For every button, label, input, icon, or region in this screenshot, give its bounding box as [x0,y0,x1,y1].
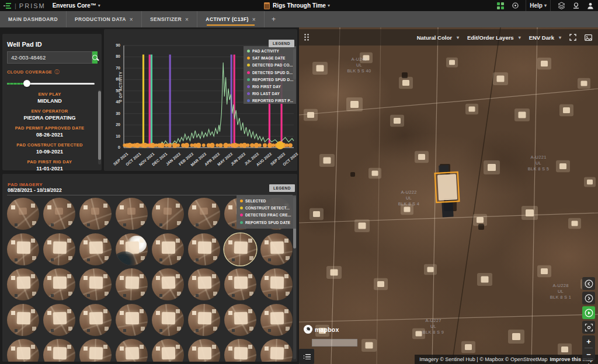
pad-imagery-thumbnail[interactable] [43,339,75,362]
legend-item[interactable]: DETECTED SPUD D... [247,71,295,75]
zoom-in-button[interactable]: + [582,335,595,348]
help-menu[interactable]: Help▾ [526,0,551,11]
pad-imagery-thumbnail[interactable] [224,268,256,300]
pad-imagery-thumbnail[interactable] [43,268,75,300]
notifications-icon[interactable] [572,2,580,10]
map-controls: + − ▲▼ [582,277,596,364]
pad-imagery-thumbnail[interactable] [116,233,148,265]
pad-imagery-thumbnail[interactable] [188,233,220,265]
pad-imagery-thumbnail[interactable] [7,268,39,300]
close-icon[interactable]: × [252,16,256,23]
pad-imagery-thumbnail[interactable] [43,233,75,265]
cloud-coverage-slider[interactable] [7,80,97,87]
basemap-dropdown[interactable]: Natural Color▾ [417,34,459,41]
add-tab-button[interactable]: + [265,11,283,27]
legend-item[interactable]: DETECTED FRAC CRE... [240,213,295,217]
search-button[interactable] [92,51,98,64]
pad-imagery-thumbnail[interactable] [152,233,184,265]
pad-imagery-thumbnail[interactable] [188,198,220,230]
imagery-legend-button[interactable]: LEGEND [269,184,295,192]
workspace-switcher[interactable]: Rigs Through Time ▾ [264,0,330,11]
pad-imagery-thumbnail[interactable] [116,304,148,336]
legend-item[interactable]: PAD ACTIVITY [247,49,295,53]
slider-handle[interactable] [23,80,30,87]
pad-imagery-thumbnail[interactable] [188,268,220,300]
pad-area [89,312,102,324]
pad-imagery-thumbnail[interactable] [260,339,293,362]
apps-grid-icon[interactable] [496,2,505,10]
pad-area [17,347,30,359]
legend-item[interactable]: REPORTED SPUD DATE [240,220,295,225]
pad-imagery-thumbnail[interactable] [116,339,148,362]
pad-imagery-thumbnail[interactable] [79,233,112,265]
pad-imagery-thumbnail[interactable] [43,304,75,336]
map-theme-dropdown[interactable]: ENV Dark▾ [529,34,561,41]
legend-item[interactable]: CONSTRUCT DETECT... [240,206,295,210]
suite-switcher[interactable]: Enverus Core™ [53,2,96,9]
pad-markers [277,320,279,321]
pad-imagery-thumbnail[interactable] [79,304,112,336]
pad-imagery-thumbnail[interactable] [7,233,39,265]
chart-legend-button[interactable]: LEGEND [269,40,294,47]
pad-imagery-thumbnail[interactable] [7,198,39,230]
pad-imagery-thumbnail[interactable] [43,198,75,230]
pad-imagery-thumbnail[interactable] [260,304,293,336]
legend-item[interactable]: DETECTED PAD CO... [247,63,295,67]
legend-label: SAT IMAGE DATE [252,56,286,60]
info-scrollbar[interactable] [98,90,101,164]
pad-imagery-thumbnail[interactable] [188,304,220,336]
user-profile-icon[interactable] [586,2,594,10]
legend-item[interactable]: SAT IMAGE DATE [247,56,295,60]
pad-imagery-thumbnail[interactable] [116,268,148,300]
pad-imagery-thumbnail[interactable] [224,304,256,336]
pad-imagery-thumbnail[interactable] [188,339,220,362]
play-timeline-button[interactable] [582,306,595,319]
zoom-out-button[interactable]: − [582,348,595,360]
attribute-value: PIEDRA OPERATING [7,115,92,121]
map-drag-handle-icon[interactable] [304,33,310,41]
legend-item[interactable]: SELECTED [240,199,295,203]
screenshot-icon[interactable] [585,34,592,41]
previous-image-button[interactable] [582,277,595,290]
pad-imagery-thumbnail[interactable] [152,304,184,336]
info-icon[interactable]: ⓘ [54,69,59,75]
tab-sensitizer[interactable]: SENSITIZER× [142,11,197,27]
legend-item[interactable]: RIG LAST DAY [247,92,295,96]
survey-block-label: A-U221ULBLK 8 S 5 [528,155,549,172]
layers-icon[interactable] [557,2,565,10]
close-icon[interactable]: × [130,16,133,23]
fullscreen-icon[interactable] [569,34,576,41]
next-image-button[interactable] [582,292,595,304]
target-icon[interactable] [511,2,519,10]
tab-main-dashboard[interactable]: MAIN DASHBOARD [0,11,67,27]
well-pad-id-label: Well Pad ID [7,41,97,48]
mapbox-logo[interactable]: mapbox [304,325,339,334]
pad-imagery-thumbnail[interactable] [79,268,112,300]
pad-imagery-thumbnail[interactable] [79,198,112,230]
pad-imagery-thumbnail[interactable] [7,339,39,362]
legend-item[interactable]: RIG FIRST DAY [247,85,295,89]
well-pad-id-input[interactable] [7,51,92,64]
recenter-crosshair-button[interactable] [582,321,595,334]
pad-imagery-thumbnail[interactable] [152,339,184,362]
pad-imagery-thumbnail[interactable] [116,198,148,230]
tab-production-data[interactable]: PRODUCTION DATA× [67,11,142,27]
edit-order-layers-dropdown[interactable]: Edit/Order Layers▾ [467,34,521,41]
map-legend-toggle-button[interactable] [299,349,314,364]
legend-item[interactable]: REPORTED FIRST P... [247,99,295,103]
satellite-map[interactable]: Natural Color▾ Edit/Order Layers▾ ENV Da… [299,27,598,364]
legend-item[interactable]: REPORTED SPUD D... [247,78,295,82]
pad-imagery-thumbnail[interactable] [152,198,184,230]
close-icon[interactable]: × [185,16,189,23]
pad-imagery-thumbnail[interactable] [260,233,293,265]
tab-activity-c13f-[interactable]: ACTIVITY (C13F)× [197,11,265,27]
pad-markers [241,320,242,321]
pad-imagery-thumbnail[interactable] [79,339,112,362]
pad-area [270,276,283,289]
pad-imagery-thumbnail[interactable] [224,233,256,265]
pad-imagery-thumbnail[interactable] [7,304,39,336]
pad-imagery-thumbnail[interactable] [224,339,256,362]
pad-imagery-thumbnail[interactable] [260,268,293,300]
y-tick: 80 [109,54,120,58]
pad-imagery-thumbnail[interactable] [152,268,184,300]
